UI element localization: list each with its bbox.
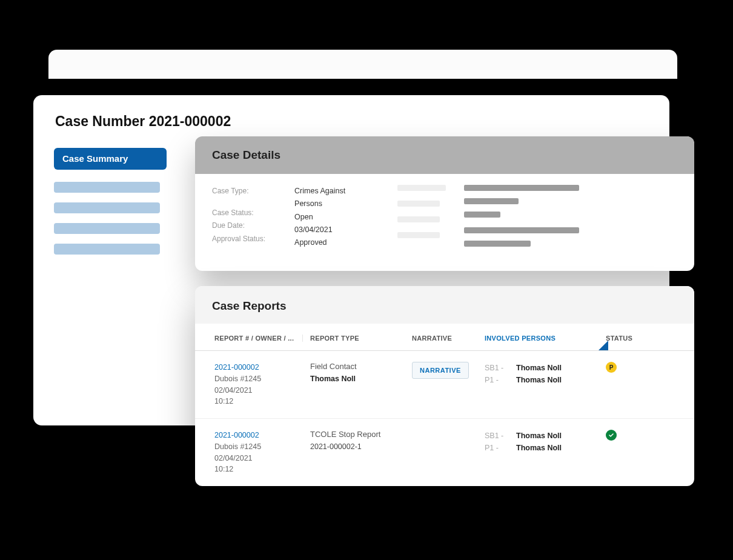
report-type: TCOLE Stop Report	[310, 430, 412, 439]
top-bar	[48, 50, 677, 79]
placeholder-values	[464, 185, 579, 254]
sidebar-item-placeholder[interactable]	[54, 182, 160, 193]
status-badge-complete	[606, 430, 617, 441]
person-code: P1 -	[485, 374, 511, 386]
status-badge-pending: P	[606, 362, 617, 373]
sidebar-item-case-summary[interactable]: Case Summary	[54, 148, 167, 170]
person-name: Thomas Noll	[516, 430, 562, 442]
value-due-date: 03/04/2021	[294, 224, 361, 236]
sidebar: Case Summary	[33, 141, 203, 272]
label-approval-status: Approval Status:	[212, 233, 265, 246]
report-owner: Dubois #1245	[214, 441, 303, 453]
person-name: Thomas Noll	[516, 442, 562, 454]
person-name: Thomas Noll	[516, 374, 562, 386]
placeholder-labels	[397, 185, 446, 254]
report-type-sub: Thomas Noll	[310, 375, 412, 383]
col-header-involved-persons[interactable]: INVOLVED PERSONS	[485, 335, 606, 342]
page-title: Case Number 2021-000002	[33, 95, 669, 141]
report-type: Field Contact	[310, 362, 412, 371]
cell-report: 2021-000002 Dubois #1245 02/04/2021 10:1…	[214, 430, 303, 475]
report-owner: Dubois #1245	[214, 373, 303, 385]
report-time: 10:12	[214, 396, 303, 407]
case-details-body: Case Type: Case Status: Due Date: Approv…	[195, 174, 694, 271]
cell-narrative	[412, 430, 485, 475]
cell-status	[606, 430, 648, 475]
details-labels: Case Type: Case Status: Due Date: Approv…	[212, 185, 265, 254]
table-row: 2021-000002 Dubois #1245 02/04/2021 10:1…	[195, 351, 694, 419]
check-icon	[608, 432, 614, 438]
table-row: 2021-000002 Dubois #1245 02/04/2021 10:1…	[195, 419, 694, 486]
report-time: 10:12	[214, 464, 303, 475]
col-header-report[interactable]: REPORT # / OWNER / ...	[214, 335, 303, 342]
sidebar-item-placeholder[interactable]	[54, 202, 160, 213]
reports-table-header: REPORT # / OWNER / ... REPORT TYPE NARRA…	[195, 324, 694, 351]
sort-indicator-icon	[599, 341, 608, 350]
details-values: Crimes Against Persons Open 03/04/2021 A…	[294, 185, 361, 254]
narrative-button[interactable]: NARRATIVE	[412, 362, 469, 379]
details-placeholder-block	[397, 185, 579, 254]
report-type-sub: 2021-000002-1	[310, 442, 412, 451]
report-date: 02/04/2021	[214, 385, 303, 396]
cell-involved-persons: SB1 -Thomas Noll P1 -Thomas Noll	[485, 430, 606, 475]
case-reports-card: Case Reports REPORT # / OWNER / ... REPO…	[195, 286, 694, 486]
report-date: 02/04/2021	[214, 453, 303, 464]
person-code: P1 -	[485, 442, 511, 454]
label-due-date: Due Date:	[212, 219, 265, 233]
cell-report: 2021-000002 Dubois #1245 02/04/2021 10:1…	[214, 362, 303, 407]
col-header-type[interactable]: REPORT TYPE	[303, 335, 412, 342]
case-details-heading: Case Details	[195, 136, 694, 174]
person-code: SB1 -	[485, 430, 511, 442]
case-reports-heading: Case Reports	[195, 286, 694, 324]
value-case-type: Crimes Against Persons	[294, 185, 361, 211]
case-details-card: Case Details Case Type: Case Status: Due…	[195, 136, 694, 271]
label-case-status: Case Status:	[212, 207, 265, 220]
person-code: SB1 -	[485, 362, 511, 374]
cell-involved-persons: SB1 -Thomas Noll P1 -Thomas Noll	[485, 362, 606, 407]
col-header-status[interactable]: STATUS	[606, 335, 648, 342]
person-name: Thomas Noll	[516, 362, 562, 374]
label-case-type: Case Type:	[212, 185, 265, 198]
col-header-narrative[interactable]: NARRATIVE	[412, 335, 485, 342]
value-approval-status: Approved	[294, 236, 361, 249]
sidebar-item-placeholder[interactable]	[54, 244, 160, 255]
cell-report-type: TCOLE Stop Report 2021-000002-1	[303, 430, 412, 475]
cell-report-type: Field Contact Thomas Noll	[303, 362, 412, 407]
details-fields: Case Type: Case Status: Due Date: Approv…	[212, 185, 361, 254]
report-number-link[interactable]: 2021-000002	[214, 430, 303, 441]
value-case-status: Open	[294, 211, 361, 224]
report-number-link[interactable]: 2021-000002	[214, 362, 303, 373]
col-header-persons-label: INVOLVED PERSONS	[485, 335, 556, 342]
sidebar-item-placeholder[interactable]	[54, 223, 160, 234]
cell-status: P	[606, 362, 648, 407]
cell-narrative: NARRATIVE	[412, 362, 485, 407]
